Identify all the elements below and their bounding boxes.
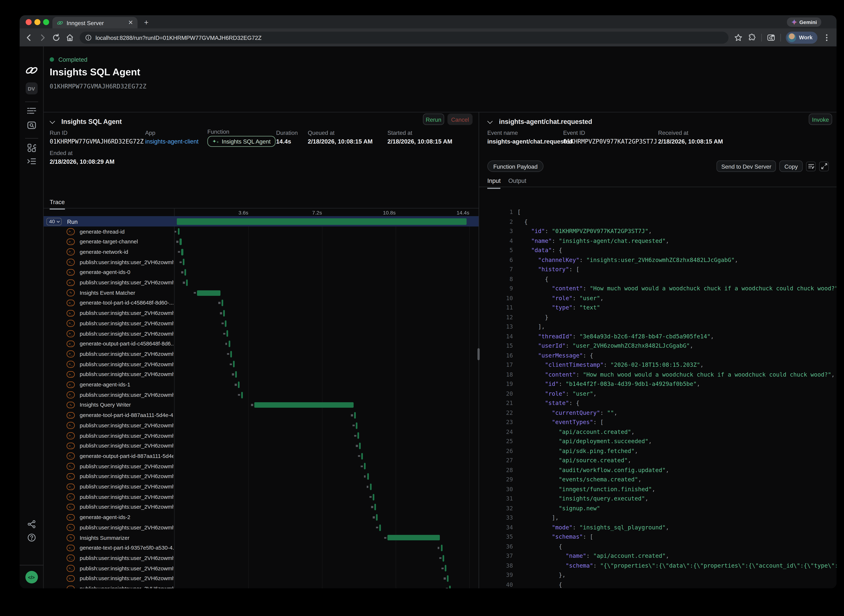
close-window-button[interactable] — [26, 19, 32, 25]
attempt-marker — [361, 465, 363, 467]
ai-inference-icon: ∿ — [67, 402, 75, 409]
trace-step-row[interactable]: >_publish:user:insights:user_2VH6zowmh..… — [44, 390, 479, 400]
expand-button[interactable] — [819, 161, 829, 171]
step-name: publish:user:insights:user_2VH6zowmh... — [80, 565, 173, 571]
trace-step-row[interactable]: >_publish:user:insights:user_2VH6zowmh..… — [44, 492, 479, 502]
send-to-dev-server-button[interactable]: Send to Dev Server — [717, 160, 776, 172]
step-name: publish:user:insights:user_2VH6zowmh... — [80, 259, 173, 265]
tab-close-icon[interactable]: ✕ — [128, 20, 133, 26]
cancel-button[interactable]: Cancel — [447, 113, 473, 125]
trace-step-row[interactable]: >_generate-text-part-id-9357e5f0-a530-4.… — [44, 543, 479, 553]
run-row-label: Run — [67, 218, 78, 225]
trace-step-row[interactable]: ∿Insights Query Writer — [44, 400, 479, 410]
trace-step-row[interactable]: >_publish:user:insights:user_2VH6zowmh..… — [44, 584, 479, 588]
trace-step-row[interactable]: >_publish:user:insights:user_2VH6zowmh..… — [44, 349, 479, 359]
code-line: 36 { — [479, 543, 837, 553]
trace-step-row[interactable]: >_generate-agent-ids-2 — [44, 512, 479, 522]
trace-step-row[interactable]: >_generate-network-id — [44, 247, 479, 257]
bookmark-star-icon[interactable] — [734, 33, 743, 42]
payload-code-viewer[interactable]: 1[2 {3 "id": "01KHRMPVZP0V977KAT2GP3ST7J… — [479, 206, 837, 588]
search-preview-nav-icon[interactable] — [27, 121, 36, 129]
trace-step-row[interactable]: >_generate-thread-id — [44, 226, 479, 237]
step-name: Insights Event Matcher — [80, 290, 173, 296]
step-name: publish:user:insights:user_2VH6zowmh... — [80, 392, 173, 398]
dev-tools-button[interactable]: </> — [25, 571, 38, 584]
trace-step-row[interactable]: ∿Insights Event Matcher — [44, 288, 479, 298]
run-children-count[interactable]: 40 — [46, 218, 62, 225]
trace-step-row[interactable]: >_publish:user:insights:user_2VH6zowmh..… — [44, 329, 479, 339]
trace-step-row[interactable]: >_publish:user:insights:user_2VH6zowmh..… — [44, 421, 479, 431]
gemini-button[interactable]: Gemini — [787, 18, 821, 27]
trace-step-row[interactable]: >_publish:user:insights:user_2VH6zowmh..… — [44, 471, 479, 481]
share-icon[interactable] — [27, 520, 35, 528]
trace-step-row[interactable]: >_publish:user:insights:user_2VH6zowmh..… — [44, 431, 479, 441]
attempt-marker — [440, 557, 441, 559]
trace-step-row[interactable]: >_publish:user:insights:user_2VH6zowmh..… — [44, 553, 479, 563]
zoom-window-button[interactable] — [43, 19, 49, 25]
home-icon[interactable] — [66, 33, 74, 42]
url-bar[interactable]: localhost:8288/run?runID=01KHRMPW77GVMAJ… — [80, 31, 729, 44]
help-icon[interactable] — [27, 533, 36, 542]
trace-step-row[interactable]: >_publish:user:insights:user_2VH6zowmh..… — [44, 461, 479, 471]
event-section-header[interactable]: insights-agent/chat.requested — [487, 116, 592, 126]
trace-step-row[interactable]: >_publish:user:insights:user_2VH6zowmh..… — [44, 359, 479, 369]
profile-button[interactable]: Work — [786, 31, 818, 44]
extensions-icon[interactable] — [748, 33, 756, 42]
chevron-down-icon — [56, 219, 60, 223]
code-text: "userMessage": { — [517, 352, 593, 358]
apps-nav-icon[interactable] — [27, 144, 36, 152]
trace-step-row[interactable]: >_publish:user:insights:user_2VH6zowmh..… — [44, 482, 479, 492]
dev-server-badge[interactable]: DV — [25, 82, 38, 94]
minimize-window-button[interactable] — [34, 19, 40, 25]
terminal-list-nav-icon[interactable] — [27, 158, 36, 165]
trace-step-row[interactable]: >_publish:user:insights:user_2VH6zowmh..… — [44, 441, 479, 451]
trace-step-row[interactable]: >_publish:user:insights:user_2VH6zowmh..… — [44, 278, 479, 288]
detail-value: 2/18/2026, 10:08:15 AM — [308, 138, 373, 145]
step-name: Insights Summarizer — [80, 535, 173, 541]
copy-button[interactable]: Copy — [780, 160, 803, 172]
site-info-icon[interactable] — [85, 34, 92, 41]
trace-step-row[interactable]: >_publish:user:insights:user_2VH6zowmh..… — [44, 522, 479, 533]
browser-menu-icon[interactable] — [822, 33, 831, 42]
attempt-marker — [178, 251, 180, 253]
trace-step-row[interactable]: >_generate-agent-ids-1 — [44, 380, 479, 390]
tab-search-icon[interactable] — [767, 33, 776, 42]
trace-run-row[interactable]: 40 Run — [44, 216, 479, 226]
word-wrap-button[interactable] — [806, 161, 816, 171]
step-name: publish:user:insights:user_2VH6zowmh... — [80, 504, 173, 510]
trace-step-row[interactable]: >_publish:user:insights:user_2VH6zowmh..… — [44, 573, 479, 584]
forward-icon[interactable] — [38, 33, 47, 42]
line-number: 31 — [479, 495, 513, 502]
trace-step-row[interactable]: >_generate-agent-ids-0 — [44, 267, 479, 277]
trace-step-row[interactable]: ∿Insights Summarizer — [44, 533, 479, 543]
back-icon[interactable] — [25, 33, 33, 42]
invoke-button[interactable]: Invoke — [809, 113, 832, 125]
trace-step-row[interactable]: >_generate-output-part-id-887aa111-5d4e.… — [44, 451, 479, 461]
trace-step-row[interactable]: >_publish:user:insights:user_2VH6zowmh..… — [44, 369, 479, 380]
trace-step-row[interactable]: >_publish:user:insights:user_2VH6zowmh..… — [44, 257, 479, 267]
trace-step-row[interactable]: >_generate-tool-part-id-887aa111-5d4e-45… — [44, 410, 479, 421]
attempt-marker — [227, 353, 229, 355]
app-link[interactable]: insights-agent-client — [145, 138, 199, 145]
code-line: 35 "schemas": [ — [479, 533, 837, 543]
browser-tab[interactable]: Inngest Server ✕ — [53, 17, 138, 28]
trace-step-row[interactable]: >_publish:user:insights:user_2VH6zowmh..… — [44, 308, 479, 318]
avatar — [788, 33, 796, 42]
function-pill[interactable]: ✦₊ Insights SQL Agent — [207, 136, 275, 147]
new-tab-button[interactable]: + — [144, 18, 149, 27]
trace-step-row[interactable]: >_generate-tool-part-id-c458648f-8d60-..… — [44, 298, 479, 308]
runs-nav-icon[interactable] — [27, 107, 36, 114]
function-payload-button[interactable]: Function Payload — [487, 160, 544, 172]
rerun-button[interactable]: Rerun — [423, 113, 444, 125]
inngest-app: DV — [20, 46, 837, 588]
trace-step-row[interactable]: >_publish:user:insights:user_2VH6zowmh..… — [44, 318, 479, 329]
step-run-icon: >_ — [67, 565, 75, 572]
trace-step-row[interactable]: >_publish:user:insights:user_2VH6zowmh..… — [44, 563, 479, 573]
screen: Inngest Server ✕ + Gemini — [0, 0, 844, 616]
trace-step-row[interactable]: >_generate-target-channel — [44, 237, 479, 247]
trace-step-row[interactable]: >_publish:user:insights:user_2VH6zowmh..… — [44, 502, 479, 512]
attempt-marker — [223, 333, 226, 335]
reload-icon[interactable] — [52, 33, 60, 42]
run-section-header[interactable]: Insights SQL Agent — [50, 116, 122, 126]
trace-step-row[interactable]: >_generate-output-part-id-c458648f-8d6..… — [44, 339, 479, 349]
